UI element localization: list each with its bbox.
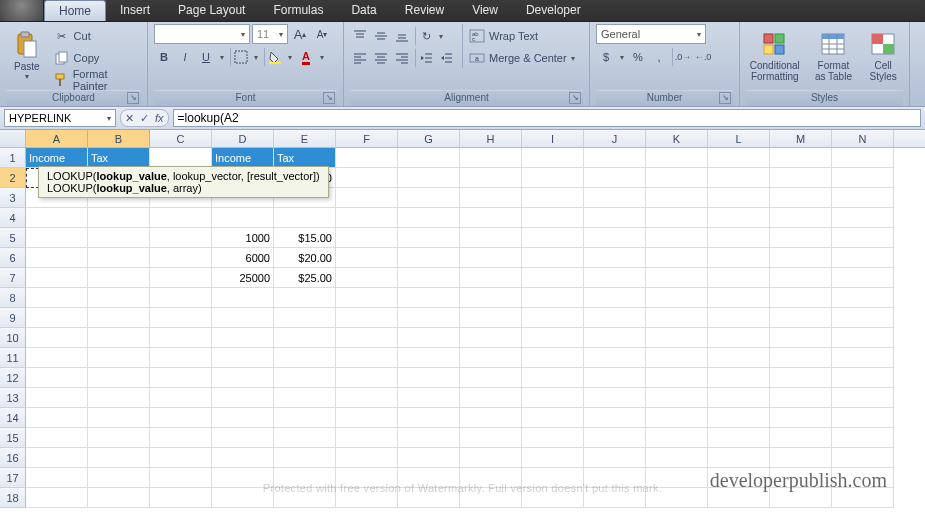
- cell-G13[interactable]: [398, 388, 460, 408]
- cell-E12[interactable]: [274, 368, 336, 388]
- cell-J16[interactable]: [584, 448, 646, 468]
- cell-I13[interactable]: [522, 388, 584, 408]
- cell-B14[interactable]: [88, 408, 150, 428]
- office-button[interactable]: [0, 0, 44, 21]
- cell-D14[interactable]: [212, 408, 274, 428]
- cell-H12[interactable]: [460, 368, 522, 388]
- cell-G16[interactable]: [398, 448, 460, 468]
- cell-N6[interactable]: [832, 248, 894, 268]
- cell-A10[interactable]: [26, 328, 88, 348]
- cell-K3[interactable]: [646, 188, 708, 208]
- align-left-button[interactable]: [350, 48, 370, 68]
- cell-I8[interactable]: [522, 288, 584, 308]
- column-header-A[interactable]: A: [26, 130, 88, 147]
- cell-N17[interactable]: [832, 468, 894, 488]
- cell-B4[interactable]: [88, 208, 150, 228]
- cell-L5[interactable]: [708, 228, 770, 248]
- cell-N9[interactable]: [832, 308, 894, 328]
- cell-M8[interactable]: [770, 288, 832, 308]
- cell-I18[interactable]: [522, 488, 584, 508]
- cell-H10[interactable]: [460, 328, 522, 348]
- cell-H8[interactable]: [460, 288, 522, 308]
- dialog-launcher-icon[interactable]: ↘: [569, 92, 581, 104]
- name-box[interactable]: HYPERLINK▾: [4, 109, 116, 127]
- cell-C14[interactable]: [150, 408, 212, 428]
- accounting-format-button[interactable]: $: [596, 47, 616, 67]
- cell-C8[interactable]: [150, 288, 212, 308]
- cell-J6[interactable]: [584, 248, 646, 268]
- tab-home[interactable]: Home: [44, 0, 106, 21]
- cell-C6[interactable]: [150, 248, 212, 268]
- underline-button[interactable]: U: [196, 47, 216, 67]
- cell-N12[interactable]: [832, 368, 894, 388]
- cell-N4[interactable]: [832, 208, 894, 228]
- cell-E13[interactable]: [274, 388, 336, 408]
- cell-A8[interactable]: [26, 288, 88, 308]
- cell-J1[interactable]: [584, 148, 646, 168]
- row-header-18[interactable]: 18: [0, 488, 26, 508]
- cell-K4[interactable]: [646, 208, 708, 228]
- column-header-F[interactable]: F: [336, 130, 398, 147]
- cell-D17[interactable]: [212, 468, 274, 488]
- cell-L1[interactable]: [708, 148, 770, 168]
- cell-J15[interactable]: [584, 428, 646, 448]
- cell-M5[interactable]: [770, 228, 832, 248]
- cell-J11[interactable]: [584, 348, 646, 368]
- cell-H2[interactable]: [460, 168, 522, 188]
- cell-E9[interactable]: [274, 308, 336, 328]
- cell-B5[interactable]: [88, 228, 150, 248]
- cell-N14[interactable]: [832, 408, 894, 428]
- cell-I1[interactable]: [522, 148, 584, 168]
- cell-G9[interactable]: [398, 308, 460, 328]
- cell-C5[interactable]: [150, 228, 212, 248]
- column-header-K[interactable]: K: [646, 130, 708, 147]
- cell-L2[interactable]: [708, 168, 770, 188]
- row-header-17[interactable]: 17: [0, 468, 26, 488]
- column-header-L[interactable]: L: [708, 130, 770, 147]
- cell-M16[interactable]: [770, 448, 832, 468]
- cell-N11[interactable]: [832, 348, 894, 368]
- cell-G5[interactable]: [398, 228, 460, 248]
- cell-H6[interactable]: [460, 248, 522, 268]
- cell-N5[interactable]: [832, 228, 894, 248]
- cell-H18[interactable]: [460, 488, 522, 508]
- cell-M18[interactable]: [770, 488, 832, 508]
- row-header-4[interactable]: 4: [0, 208, 26, 228]
- cell-G10[interactable]: [398, 328, 460, 348]
- cell-B15[interactable]: [88, 428, 150, 448]
- cell-F10[interactable]: [336, 328, 398, 348]
- align-top-button[interactable]: [350, 26, 370, 46]
- cell-F16[interactable]: [336, 448, 398, 468]
- tab-insert[interactable]: Insert: [106, 0, 164, 21]
- cell-B13[interactable]: [88, 388, 150, 408]
- cell-L11[interactable]: [708, 348, 770, 368]
- column-header-H[interactable]: H: [460, 130, 522, 147]
- cell-J2[interactable]: [584, 168, 646, 188]
- cell-E18[interactable]: [274, 488, 336, 508]
- cell-A16[interactable]: [26, 448, 88, 468]
- font-size-combo[interactable]: 11▾: [252, 24, 288, 44]
- cell-J9[interactable]: [584, 308, 646, 328]
- cell-M15[interactable]: [770, 428, 832, 448]
- cell-K7[interactable]: [646, 268, 708, 288]
- cell-I6[interactable]: [522, 248, 584, 268]
- cell-F8[interactable]: [336, 288, 398, 308]
- cell-L3[interactable]: [708, 188, 770, 208]
- cell-M1[interactable]: [770, 148, 832, 168]
- cell-F2[interactable]: [336, 168, 398, 188]
- row-header-15[interactable]: 15: [0, 428, 26, 448]
- align-center-button[interactable]: [371, 48, 391, 68]
- dialog-launcher-icon[interactable]: ↘: [719, 92, 731, 104]
- cell-E4[interactable]: [274, 208, 336, 228]
- number-format-combo[interactable]: General▾: [596, 24, 706, 44]
- tab-formulas[interactable]: Formulas: [259, 0, 337, 21]
- cell-K14[interactable]: [646, 408, 708, 428]
- align-right-button[interactable]: [392, 48, 412, 68]
- cell-N1[interactable]: [832, 148, 894, 168]
- cell-C4[interactable]: [150, 208, 212, 228]
- cell-K13[interactable]: [646, 388, 708, 408]
- row-header-10[interactable]: 10: [0, 328, 26, 348]
- cell-H5[interactable]: [460, 228, 522, 248]
- row-header-5[interactable]: 5: [0, 228, 26, 248]
- cell-I12[interactable]: [522, 368, 584, 388]
